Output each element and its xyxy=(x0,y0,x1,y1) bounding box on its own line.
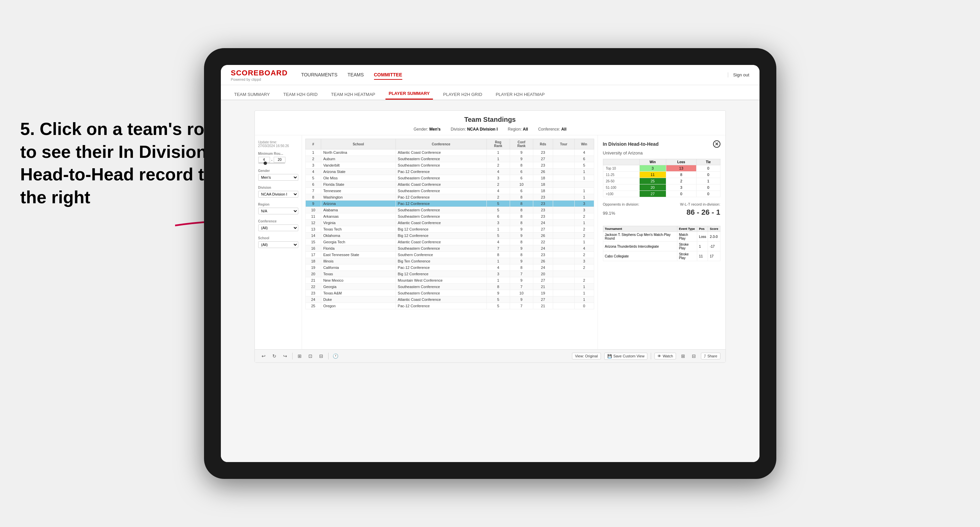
table-row[interactable]: 23 Texas A&M Southeastern Conference 9 1… xyxy=(305,290,594,297)
cell-school: Alabama xyxy=(321,207,396,213)
conference-select[interactable]: (All) xyxy=(258,224,298,231)
undo-button[interactable]: ↩ xyxy=(260,352,267,360)
cell-reg-rank: 6 xyxy=(487,213,510,220)
table-row[interactable]: 24 Duke Atlantic Coast Conference 5 9 27… xyxy=(305,297,594,303)
cell-conference: Southeastern Conference xyxy=(396,162,487,168)
sub-nav-team-h2h-grid[interactable]: TEAM H2H GRID xyxy=(280,89,321,100)
cell-win: 4 xyxy=(574,149,594,156)
sub-nav-team-h2h-heatmap[interactable]: TEAM H2H HEATMAP xyxy=(328,89,379,100)
save-custom-button[interactable]: 💾 Save Custom View xyxy=(604,353,648,360)
paste-icon[interactable]: ⊟ xyxy=(317,352,325,360)
sub-nav-team-summary[interactable]: TEAM SUMMARY xyxy=(231,89,274,100)
panel-header: Team Standings Gender: Men's Division: N… xyxy=(255,111,725,135)
table-row[interactable]: 4 Arizona State Pac-12 Conference 4 6 26… xyxy=(305,168,594,175)
cell-conf-rank: 8 xyxy=(510,239,533,245)
table-row[interactable]: 16 Florida Southeastern Conference 7 9 2… xyxy=(305,245,594,252)
cell-reg-rank: 1 xyxy=(487,149,510,156)
table-row[interactable]: 22 Georgia Southeastern Conference 8 7 2… xyxy=(305,284,594,290)
cell-tour xyxy=(553,290,574,297)
table-row[interactable]: 3 Vanderbilt Southeastern Conference 2 8… xyxy=(305,162,594,168)
cell-conf-rank: 7 xyxy=(510,303,533,309)
table-row[interactable]: 15 Georgia Tech Atlantic Coast Conferenc… xyxy=(305,239,594,245)
table-row[interactable]: 17 East Tennessee State Southern Confere… xyxy=(305,252,594,258)
table-row[interactable]: 8 Washington Pac-12 Conference 2 8 23 1 xyxy=(305,194,594,200)
table-row[interactable]: 11 Arkansas Southeastern Conference 6 8 … xyxy=(305,213,594,220)
table-row[interactable]: 20 Texas Big 12 Conference 3 7 20 xyxy=(305,271,594,277)
cell-conf-rank: 9 xyxy=(510,245,533,252)
tourn-score: 17 xyxy=(708,251,720,261)
gender-filter-label: Gender xyxy=(258,169,298,173)
cell-rds: 27 xyxy=(533,297,553,303)
cell-conference: Big Ten Conference xyxy=(396,258,487,265)
table-row[interactable]: 2 Auburn Southeastern Conference 1 9 27 … xyxy=(305,156,594,162)
cell-school: Tennessee xyxy=(321,188,396,194)
sub-nav-player-h2h-grid[interactable]: PLAYER H2H GRID xyxy=(440,89,485,100)
cell-tour xyxy=(553,239,574,245)
school-select[interactable]: (All) xyxy=(258,241,298,248)
panel-title: Team Standings xyxy=(262,116,719,124)
nav-committee[interactable]: COMMITTEE xyxy=(374,70,402,80)
table-row[interactable]: 5 Ole Miss Southeastern Conference 3 6 1… xyxy=(305,175,594,181)
cell-win: 2 xyxy=(574,265,594,271)
h2h-close-button[interactable]: ✕ xyxy=(713,140,721,148)
table-row[interactable]: 18 Illinois Big Ten Conference 1 9 26 3 xyxy=(305,258,594,265)
view-original-button[interactable]: View: Original xyxy=(572,353,601,359)
cell-conf-rank: 7 xyxy=(510,284,533,290)
region-select[interactable]: N/A xyxy=(258,208,298,214)
gender-select[interactable]: Men's xyxy=(258,174,298,181)
cell-rank: 10 xyxy=(305,207,321,213)
columns-icon[interactable]: ⊟ xyxy=(690,352,698,360)
division-select[interactable]: NCAA Division I xyxy=(258,191,298,198)
cell-win: 1 xyxy=(574,220,594,226)
table-row[interactable]: 14 Oklahoma Big 12 Conference 5 9 26 2 xyxy=(305,233,594,239)
cell-school: New Mexico xyxy=(321,277,396,284)
sub-nav-player-h2h-heatmap[interactable]: PLAYER H2H HEATMAP xyxy=(492,89,548,100)
tourn-pos: 11 xyxy=(697,251,708,261)
table-row[interactable]: 25 Oregon Pac-12 Conference 5 7 21 0 xyxy=(305,303,594,309)
cell-rank: 18 xyxy=(305,258,321,265)
cell-rank: 21 xyxy=(305,277,321,284)
table-row[interactable]: 9 Arizona Pac-12 Conference 5 8 23 3 xyxy=(305,200,594,207)
table-row[interactable]: 6 Florida State Atlantic Coast Conferenc… xyxy=(305,181,594,188)
redo-button-2[interactable]: ↪ xyxy=(282,352,289,360)
table-row[interactable]: 13 Texas Tech Big 12 Conference 1 9 27 2 xyxy=(305,226,594,233)
redo-button-1[interactable]: ↻ xyxy=(270,352,278,360)
cell-conf-rank: 7 xyxy=(510,271,533,277)
table-row[interactable]: 10 Alabama Southeastern Conference 5 8 2… xyxy=(305,207,594,213)
nav-teams[interactable]: TEAMS xyxy=(347,70,364,80)
cell-rank: 14 xyxy=(305,233,321,239)
sub-nav-player-summary[interactable]: PLAYER SUMMARY xyxy=(385,88,433,100)
table-row[interactable]: 12 Virginia Atlantic Coast Conference 3 … xyxy=(305,220,594,226)
table-row[interactable]: 7 Tennessee Southeastern Conference 4 6 … xyxy=(305,188,594,194)
cell-win: 6 xyxy=(574,156,594,162)
gender-label: Gender: xyxy=(414,127,428,132)
cell-school: California xyxy=(321,265,396,271)
main-content: Team Standings Gender: Men's Division: N… xyxy=(221,100,759,462)
cell-rds: 24 xyxy=(533,245,553,252)
min-rou-label: Minimum Rou... xyxy=(258,152,298,156)
watch-button[interactable]: 👁 Watch xyxy=(654,353,676,359)
toolbar-divider-1 xyxy=(292,353,293,359)
cell-rds: 27 xyxy=(533,226,553,233)
cell-rank: 8 xyxy=(305,194,321,200)
table-row[interactable]: 21 New Mexico Mountain West Conference 1… xyxy=(305,277,594,284)
table-row[interactable]: 19 California Pac-12 Conference 4 8 24 2 xyxy=(305,265,594,271)
cell-rank: 25 xyxy=(305,303,321,309)
share-button[interactable]: ⤴ Share xyxy=(701,353,720,359)
cell-conference: Southeastern Conference xyxy=(396,188,487,194)
nav-tournaments[interactable]: TOURNAMENTS xyxy=(301,70,337,80)
cell-school: Florida xyxy=(321,245,396,252)
sign-out-button[interactable]: Sign out xyxy=(728,72,749,78)
cell-rank: 2 xyxy=(305,156,321,162)
copy-icon[interactable]: ⊡ xyxy=(307,352,314,360)
cell-conf-rank: 9 xyxy=(510,297,533,303)
table-row[interactable]: 1 North Carolina Atlantic Coast Conferen… xyxy=(305,149,594,156)
cell-conference: Pac-12 Conference xyxy=(396,200,487,207)
min-rou-input-2[interactable] xyxy=(274,157,285,162)
cell-reg-rank: 5 xyxy=(487,207,510,213)
save-custom-label: Save Custom View xyxy=(613,354,645,358)
crop-icon[interactable]: ⊞ xyxy=(296,352,303,360)
clock-icon[interactable]: 🕐 xyxy=(332,352,339,360)
grid-icon[interactable]: ⊞ xyxy=(679,352,687,360)
col-tour: Tour xyxy=(553,139,574,149)
